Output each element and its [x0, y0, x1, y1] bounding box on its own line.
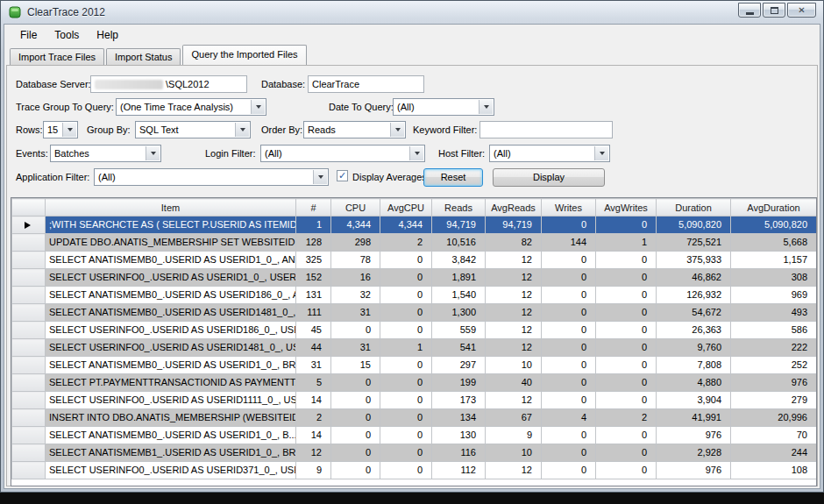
dropdown-arrow-icon[interactable] — [62, 123, 76, 137]
table-row[interactable]: ;WITH SEARCHCTE AS ( SELECT P.USERID AS … — [12, 217, 817, 234]
column-header-avgduration[interactable]: AvgDuration — [731, 199, 817, 217]
grid-cell[interactable]: 94,719 — [486, 217, 542, 234]
grid-cell[interactable]: 70 — [731, 427, 817, 444]
grid-cell-item[interactable]: SELECT USERINFO0_.USERID AS USERID186_0_… — [46, 322, 296, 339]
dropdown-arrow-icon[interactable] — [235, 123, 249, 137]
grid-cell[interactable]: 0 — [542, 252, 596, 269]
grid-cell[interactable]: 244 — [731, 444, 817, 462]
grid-cell[interactable]: 0 — [331, 444, 380, 462]
column-header-count[interactable]: # — [296, 199, 331, 217]
grid-cell-item[interactable]: SELECT ANATISMEMB1_.USERID AS USERID1_0_… — [46, 444, 296, 462]
grid-cell-item[interactable]: SELECT ANATISMEMB0_.USERID AS USERID1_0_… — [46, 427, 296, 444]
dropdown-arrow-icon[interactable] — [313, 170, 327, 184]
grid-cell[interactable]: 45 — [296, 322, 331, 339]
grid-cell[interactable]: 78 — [331, 252, 380, 269]
table-row[interactable]: SELECT USERINFO0_.USERID AS USERID371_0_… — [12, 462, 817, 479]
grid-cell[interactable]: 0 — [542, 287, 596, 304]
grid-cell[interactable]: 12 — [486, 322, 542, 339]
column-header-item[interactable]: Item — [46, 199, 296, 217]
row-selector[interactable] — [12, 392, 46, 409]
grid-cell[interactable]: 5,090,820 — [731, 217, 817, 234]
table-row[interactable]: SELECT ANATISMEMB0_.USERID AS USERID1481… — [12, 304, 817, 322]
database-server-input[interactable]: \SQL2012 — [90, 75, 247, 93]
grid-cell[interactable]: 126,932 — [657, 287, 731, 304]
row-selector[interactable] — [12, 269, 46, 287]
row-selector[interactable] — [12, 462, 46, 479]
grid-cell[interactable]: 0 — [596, 339, 657, 357]
grid-cell[interactable]: 976 — [657, 462, 731, 479]
grid-cell[interactable]: 0 — [596, 427, 657, 444]
grid-cell[interactable]: 0 — [331, 427, 380, 444]
grid-cell[interactable]: 298 — [331, 234, 380, 252]
column-header-cpu[interactable]: CPU — [331, 199, 380, 217]
grid-cell[interactable]: 9 — [486, 427, 542, 444]
grid-cell[interactable]: 4,344 — [380, 217, 432, 234]
grid-cell[interactable]: 222 — [731, 339, 817, 357]
grid-cell[interactable]: 10 — [486, 444, 542, 462]
grid-cell[interactable]: 297 — [432, 357, 486, 374]
grid-cell[interactable]: 976 — [657, 427, 731, 444]
grid-cell[interactable]: 0 — [542, 304, 596, 322]
grid-cell[interactable]: 0 — [596, 357, 657, 374]
display-button[interactable]: Display — [493, 168, 605, 187]
grid-cell[interactable]: 173 — [432, 392, 486, 409]
grid-cell[interactable]: 0 — [596, 304, 657, 322]
grid-cell[interactable]: 0 — [380, 409, 432, 427]
grid-cell-item[interactable]: SELECT USERINFO0_.USERID AS USERID1111_0… — [46, 392, 296, 409]
grid-cell[interactable]: 493 — [731, 304, 817, 322]
grid-cell-item[interactable]: ;WITH SEARCHCTE AS ( SELECT P.USERID AS … — [46, 217, 296, 234]
grid-cell[interactable]: 2 — [596, 409, 657, 427]
grid-cell[interactable]: 0 — [380, 252, 432, 269]
grid-cell[interactable]: 31 — [331, 339, 380, 357]
grid-cell[interactable]: 144 — [542, 234, 596, 252]
grid-cell-item[interactable]: SELECT USERINFO0_.USERID AS USERID1_0_, … — [46, 269, 296, 287]
grid-cell[interactable]: 54,672 — [657, 304, 731, 322]
column-header-avgwrites[interactable]: AvgWrites — [596, 199, 657, 217]
grid-cell[interactable]: 1 — [380, 339, 432, 357]
grid-cell[interactable]: 10 — [486, 357, 542, 374]
grid-cell-item[interactable]: SELECT USERINFO0_.USERID AS USERID371_0_… — [46, 462, 296, 479]
grid-cell[interactable]: 10,516 — [432, 234, 486, 252]
reset-button[interactable]: Reset — [423, 168, 483, 187]
grid-cell[interactable]: 976 — [731, 374, 817, 392]
database-input[interactable]: ClearTrace — [308, 75, 424, 93]
grid-cell[interactable]: 725,521 — [657, 234, 731, 252]
grid-cell[interactable]: 0 — [380, 462, 432, 479]
row-selector[interactable] — [12, 304, 46, 322]
grid-cell[interactable]: 5,090,820 — [657, 217, 731, 234]
grid-cell[interactable]: 0 — [596, 252, 657, 269]
grid-cell[interactable]: 0 — [331, 392, 380, 409]
grid-cell[interactable]: 67 — [486, 409, 542, 427]
group-by-select[interactable]: SQL Text — [135, 121, 251, 138]
grid-cell[interactable]: 0 — [380, 392, 432, 409]
grid-cell[interactable]: 252 — [731, 357, 817, 374]
grid-cell[interactable]: 0 — [542, 374, 596, 392]
grid-cell[interactable]: 3,904 — [657, 392, 731, 409]
column-header-duration[interactable]: Duration — [657, 199, 731, 217]
dropdown-arrow-icon[interactable] — [409, 146, 423, 160]
grid-cell[interactable]: 12 — [486, 304, 542, 322]
grid-cell[interactable]: 5 — [296, 374, 331, 392]
grid-cell[interactable]: 0 — [542, 322, 596, 339]
trace-group-select[interactable]: (One Time Trace Analysis) — [116, 98, 266, 116]
grid-cell[interactable]: 46,862 — [657, 269, 731, 287]
grid-cell-item[interactable]: UPDATE DBO.ANATIS_MEMBERSHIP SET WEBSITE… — [46, 234, 296, 252]
grid-cell[interactable]: 2,928 — [657, 444, 731, 462]
events-select[interactable]: Batches — [50, 145, 161, 162]
grid-cell[interactable]: 0 — [331, 409, 380, 427]
row-selector[interactable] — [12, 357, 46, 374]
grid-cell[interactable]: 0 — [331, 462, 380, 479]
grid-cell-item[interactable]: SELECT PT.PAYMENTTRANSACTIONID AS PAYMEN… — [46, 374, 296, 392]
grid-cell[interactable]: 325 — [296, 252, 331, 269]
grid-cell[interactable]: 31 — [296, 357, 331, 374]
grid-cell[interactable]: 0 — [596, 462, 657, 479]
row-selector[interactable] — [12, 444, 46, 462]
table-row[interactable]: SELECT PT.PAYMENTTRANSACTIONID AS PAYMEN… — [12, 374, 817, 392]
grid-cell[interactable]: 111 — [296, 304, 331, 322]
grid-cell[interactable]: 152 — [296, 269, 331, 287]
grid-cell[interactable]: 4 — [542, 409, 596, 427]
grid-cell[interactable]: 0 — [542, 217, 596, 234]
grid-cell[interactable]: 0 — [542, 462, 596, 479]
grid-cell[interactable]: 308 — [731, 269, 817, 287]
column-header-writes[interactable]: Writes — [542, 199, 596, 217]
